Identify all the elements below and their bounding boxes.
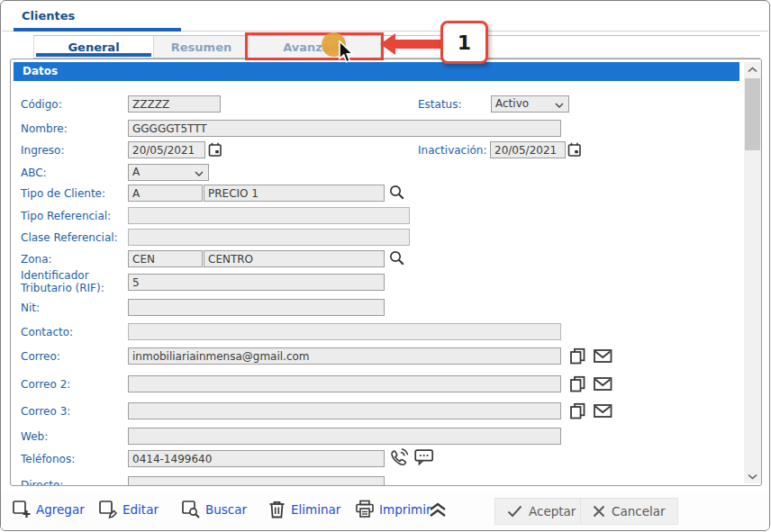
chevron-down-icon [748,473,757,480]
calendar-icon[interactable] [208,142,222,158]
printer-icon [355,500,375,518]
add-record-icon [12,500,32,519]
nombre-label: Nombre: [21,122,68,135]
phone-icon[interactable] [388,447,409,468]
tab-resumen[interactable]: Resumen [154,36,249,58]
copy-icon[interactable] [569,347,586,365]
double-chevron-up-icon [428,501,448,518]
web-label: Web: [21,430,48,443]
buscar-button[interactable]: Buscar [181,500,247,519]
active-tab-indicator [36,53,151,57]
mouse-cursor-icon [338,41,355,65]
contacto-input[interactable] [128,323,561,340]
correo-input[interactable] [128,347,561,365]
search-icon[interactable] [389,250,405,266]
clientes-window: Clientes General Resumen Avanzado 1 Dato… [0,0,770,531]
search-record-icon [181,500,201,519]
cancelar-label: Cancelar [612,504,666,518]
inactivacion-label: Inactivación: [418,144,487,157]
clase-referencial-label: Clase Referencial: [21,231,118,244]
search-icon[interactable] [389,185,405,201]
tab-general-label: General [68,41,119,54]
rif-input[interactable] [128,274,385,291]
inactivacion-input[interactable] [490,141,566,158]
copy-icon[interactable] [569,402,586,419]
clase-referencial-input[interactable] [128,229,410,246]
scrollbar-thumb[interactable] [745,78,760,150]
tab-general[interactable]: General [33,36,154,58]
editar-button[interactable]: Editar [98,500,159,519]
correo2-label: Correo 2: [21,378,70,391]
aceptar-label: Aceptar [529,504,576,518]
scroll-up-button[interactable] [744,62,761,77]
contacto-label: Contacto: [21,326,73,338]
codigo-input[interactable] [128,95,221,113]
nit-input[interactable] [128,299,385,316]
callout-step-1: 1 [440,21,488,64]
abc-select[interactable]: A [128,164,209,181]
check-icon [507,505,522,518]
toolbar: Agregar Editar Buscar [1,491,769,531]
ingreso-label: Ingreso: [21,144,64,157]
imprimir-label: Imprimir [379,502,431,517]
mail-icon[interactable] [594,349,612,363]
chevron-down-icon [555,103,564,108]
active-window-tab-indicator [14,28,181,32]
estatus-select[interactable]: Activo [491,95,569,113]
chevron-up-icon [748,67,757,73]
aceptar-button[interactable]: Aceptar [494,498,588,525]
cancelar-button[interactable]: Cancelar [580,498,678,525]
tab-resumen-label: Resumen [171,41,231,54]
estatus-label: Estatus: [418,98,462,111]
zona-code-input[interactable] [128,250,203,267]
editar-label: Editar [122,502,159,517]
tipo-cliente-label: Tipo de Cliente: [21,187,105,200]
agregar-label: Agregar [36,502,85,517]
estatus-value: Activo [495,97,529,110]
copy-icon[interactable] [569,375,586,392]
vertical-scrollbar[interactable] [744,62,761,483]
highlight-box [245,32,384,60]
ingreso-input[interactable] [128,141,205,158]
web-input[interactable] [128,428,561,445]
correo-label: Correo: [21,350,60,363]
nombre-input[interactable] [128,120,561,137]
window-tab-clientes[interactable]: Clientes [22,9,75,23]
rif-label-line1: Identificador [21,269,89,282]
eliminar-button[interactable]: Eliminar [268,500,340,519]
rif-label-line2: Tributario (RIF): [21,282,104,294]
tipo-cliente-code-input[interactable] [128,185,203,202]
chat-icon[interactable] [414,449,434,465]
chevron-down-icon [195,171,204,176]
correo3-label: Correo 3: [21,405,70,418]
correo3-input[interactable] [128,402,561,419]
form-panel: Datos Código: Estatus: Activo Nombre: In… [10,59,762,486]
callout-arrow-shaft [395,40,442,49]
nit-label: Nit: [21,302,40,314]
collapse-toolbar-button[interactable] [428,501,448,518]
scroll-down-button[interactable] [744,469,761,483]
tipo-cliente-desc-input[interactable] [204,185,385,202]
mail-icon[interactable] [594,404,612,418]
directo-input[interactable] [128,476,385,486]
section-header-datos: Datos [14,62,739,81]
correo2-input[interactable] [128,375,561,392]
agregar-button[interactable]: Agregar [12,500,85,519]
telefonos-label: Teléfonos: [21,453,75,465]
codigo-label: Código: [21,98,62,111]
eliminar-label: Eliminar [291,502,340,517]
buscar-label: Buscar [205,502,247,517]
zona-label: Zona: [21,253,52,266]
imprimir-button[interactable]: Imprimir [355,500,431,518]
mail-icon[interactable] [594,377,612,391]
abc-label: ABC: [21,167,47,179]
section-title: Datos [23,65,58,77]
calendar-icon[interactable] [567,142,582,158]
edit-record-icon [98,500,118,519]
abc-value: A [132,166,140,178]
telefonos-input[interactable] [128,450,385,467]
callout-number: 1 [458,32,471,54]
zona-desc-input[interactable] [204,250,385,267]
tipo-referencial-label: Tipo Referencial: [21,210,111,222]
tipo-referencial-input[interactable] [128,207,410,224]
